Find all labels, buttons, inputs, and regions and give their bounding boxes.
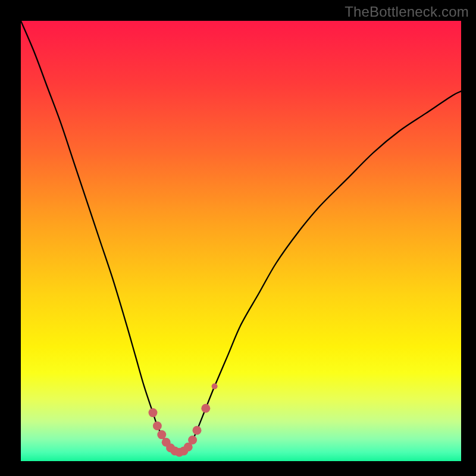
marker-group [149,383,218,457]
highlight-marker [149,408,158,417]
curve-group [21,21,461,452]
highlight-marker [193,426,202,435]
chart-svg [21,21,461,461]
highlight-marker [153,421,162,430]
watermark-text: TheBottleneck.com [345,4,469,20]
bottleneck-curve-path [21,21,461,452]
highlight-marker [188,436,197,444]
highlight-marker [201,404,210,413]
highlight-marker [157,430,166,439]
outer-frame: TheBottleneck.com [0,0,476,476]
highlight-marker [212,383,218,389]
